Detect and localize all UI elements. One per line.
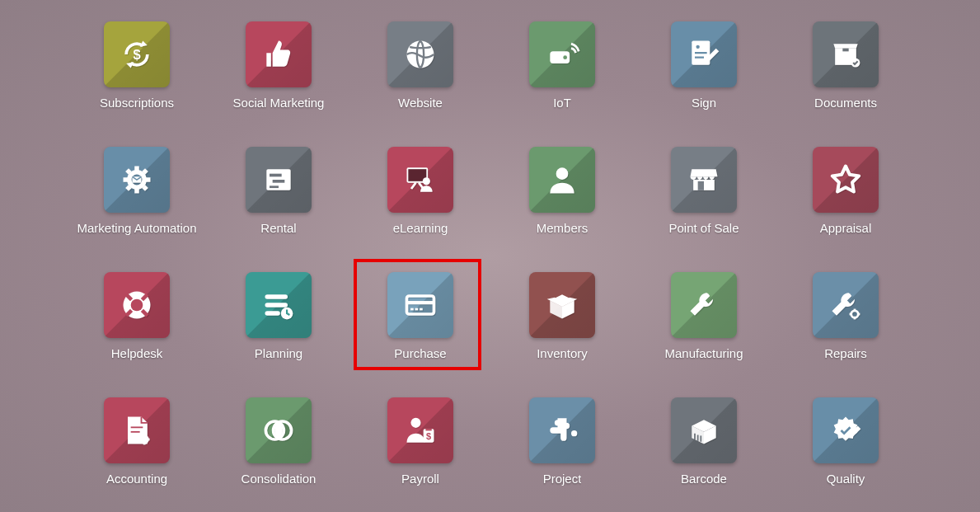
app-launcher-sign[interactable]: Sign bbox=[633, 15, 775, 137]
app-launcher-elearning[interactable]: eLearning bbox=[349, 140, 491, 262]
app-launcher-quality[interactable]: Quality bbox=[775, 391, 917, 512]
app-label: Sign bbox=[692, 96, 716, 110]
storefront-icon bbox=[671, 147, 737, 213]
barcode-box-icon bbox=[671, 397, 737, 463]
app-label: IoT bbox=[553, 96, 571, 110]
app-grid: SubscriptionsSocial MarketingWebsiteIoTS… bbox=[66, 15, 917, 512]
app-launcher-consolidation[interactable]: Consolidation bbox=[208, 391, 349, 512]
app-label: Documents bbox=[814, 96, 877, 110]
app-label: Appraisal bbox=[820, 221, 872, 235]
person-money-icon bbox=[387, 397, 453, 463]
open-box-icon bbox=[529, 272, 595, 338]
app-launcher-payroll[interactable]: Payroll bbox=[349, 391, 491, 512]
lifebuoy-icon bbox=[104, 272, 170, 338]
app-launcher-social-marketing[interactable]: Social Marketing bbox=[208, 15, 349, 137]
app-launcher-manufacturing[interactable]: Manufacturing bbox=[633, 265, 775, 388]
app-label: Social Marketing bbox=[233, 96, 325, 110]
globe-icon bbox=[387, 21, 453, 87]
app-launcher-inventory[interactable]: Inventory bbox=[491, 265, 633, 388]
board-person-icon bbox=[387, 147, 453, 213]
app-launcher-barcode[interactable]: Barcode bbox=[633, 391, 775, 512]
app-label: Project bbox=[543, 472, 582, 486]
app-label: Planning bbox=[255, 346, 302, 360]
app-label: Barcode bbox=[681, 472, 727, 486]
file-box-icon bbox=[813, 21, 879, 87]
star-icon bbox=[813, 147, 879, 213]
app-launcher-repairs[interactable]: Repairs bbox=[775, 265, 917, 388]
app-launcher-rental[interactable]: Rental bbox=[208, 140, 349, 262]
app-launcher-marketing-automation[interactable]: Marketing Automation bbox=[66, 140, 208, 262]
app-launcher-helpdesk[interactable]: Helpdesk bbox=[66, 265, 208, 388]
app-label: Rental bbox=[260, 221, 296, 235]
app-label: Members bbox=[537, 221, 588, 235]
wrench-icon bbox=[671, 272, 737, 338]
app-label: eLearning bbox=[393, 221, 448, 235]
person-icon bbox=[529, 147, 595, 213]
calendar-gantt-icon bbox=[246, 147, 312, 213]
file-gear-icon bbox=[104, 397, 170, 463]
app-label: Manufacturing bbox=[664, 346, 743, 360]
app-label: Inventory bbox=[537, 346, 588, 360]
app-launcher-iot[interactable]: IoT bbox=[491, 15, 633, 137]
app-launcher-project[interactable]: Project bbox=[491, 391, 633, 512]
app-launcher-documents[interactable]: Documents bbox=[775, 15, 917, 137]
app-launcher-appraisal[interactable]: Appraisal bbox=[775, 140, 917, 262]
app-label: Marketing Automation bbox=[77, 221, 196, 235]
subscriptions-icon bbox=[104, 21, 170, 87]
app-label: Consolidation bbox=[241, 472, 317, 486]
wrench-gear-icon bbox=[813, 272, 879, 338]
app-label: Accounting bbox=[106, 472, 167, 486]
puzzle-icon bbox=[529, 397, 595, 463]
app-launcher-purchase[interactable]: Purchase bbox=[349, 265, 491, 388]
app-launcher-members[interactable]: Members bbox=[491, 140, 633, 262]
app-label: Payroll bbox=[401, 472, 439, 486]
gear-mail-icon bbox=[104, 147, 170, 213]
app-launcher-subscriptions[interactable]: Subscriptions bbox=[66, 15, 208, 137]
iot-icon bbox=[529, 21, 595, 87]
app-label: Point of Sale bbox=[668, 221, 739, 235]
signature-icon bbox=[671, 21, 737, 87]
credit-card-icon bbox=[387, 272, 453, 338]
app-label: Subscriptions bbox=[100, 96, 174, 110]
badge-pencil-icon bbox=[813, 397, 879, 463]
tasks-clock-icon bbox=[246, 272, 312, 338]
venn-icon bbox=[246, 397, 312, 463]
app-label: Quality bbox=[827, 472, 865, 486]
app-label: Repairs bbox=[824, 346, 867, 360]
app-label: Helpdesk bbox=[111, 346, 163, 360]
app-launcher-point-of-sale[interactable]: Point of Sale bbox=[633, 140, 775, 262]
app-launcher-website[interactable]: Website bbox=[349, 15, 491, 137]
app-launcher-accounting[interactable]: Accounting bbox=[66, 391, 208, 512]
thumb-up-icon bbox=[246, 21, 312, 87]
app-label: Purchase bbox=[394, 346, 446, 360]
app-launcher-planning[interactable]: Planning bbox=[208, 265, 349, 388]
app-label: Website bbox=[398, 96, 443, 110]
